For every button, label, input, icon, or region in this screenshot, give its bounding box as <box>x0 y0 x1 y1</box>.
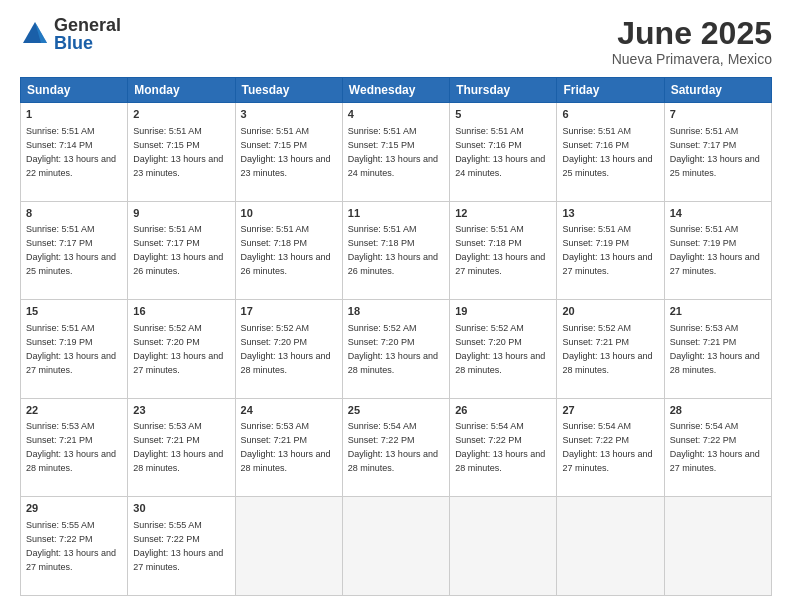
table-row: 1Sunrise: 5:51 AMSunset: 7:14 PMDaylight… <box>21 103 128 202</box>
day-number: 16 <box>133 304 229 319</box>
day-number: 30 <box>133 501 229 516</box>
day-number: 27 <box>562 403 658 418</box>
logo-general-text: General <box>54 16 121 34</box>
day-info: Sunrise: 5:51 AMSunset: 7:14 PMDaylight:… <box>26 126 116 178</box>
day-info: Sunrise: 5:52 AMSunset: 7:20 PMDaylight:… <box>133 323 223 375</box>
calendar-table: Sunday Monday Tuesday Wednesday Thursday… <box>20 77 772 596</box>
day-number: 5 <box>455 107 551 122</box>
calendar-week-row: 29Sunrise: 5:55 AMSunset: 7:22 PMDayligh… <box>21 497 772 596</box>
day-info: Sunrise: 5:51 AMSunset: 7:17 PMDaylight:… <box>26 224 116 276</box>
table-row: 19Sunrise: 5:52 AMSunset: 7:20 PMDayligh… <box>450 300 557 399</box>
day-info: Sunrise: 5:51 AMSunset: 7:18 PMDaylight:… <box>241 224 331 276</box>
table-row: 10Sunrise: 5:51 AMSunset: 7:18 PMDayligh… <box>235 201 342 300</box>
day-number: 22 <box>26 403 122 418</box>
day-info: Sunrise: 5:55 AMSunset: 7:22 PMDaylight:… <box>133 520 223 572</box>
day-number: 3 <box>241 107 337 122</box>
table-row: 20Sunrise: 5:52 AMSunset: 7:21 PMDayligh… <box>557 300 664 399</box>
day-number: 13 <box>562 206 658 221</box>
day-info: Sunrise: 5:52 AMSunset: 7:20 PMDaylight:… <box>455 323 545 375</box>
table-row: 27Sunrise: 5:54 AMSunset: 7:22 PMDayligh… <box>557 398 664 497</box>
table-row: 17Sunrise: 5:52 AMSunset: 7:20 PMDayligh… <box>235 300 342 399</box>
month-title: June 2025 <box>612 16 772 51</box>
table-row: 5Sunrise: 5:51 AMSunset: 7:16 PMDaylight… <box>450 103 557 202</box>
col-friday: Friday <box>557 78 664 103</box>
day-info: Sunrise: 5:53 AMSunset: 7:21 PMDaylight:… <box>670 323 760 375</box>
day-number: 21 <box>670 304 766 319</box>
day-number: 12 <box>455 206 551 221</box>
day-info: Sunrise: 5:51 AMSunset: 7:19 PMDaylight:… <box>670 224 760 276</box>
table-row: 7Sunrise: 5:51 AMSunset: 7:17 PMDaylight… <box>664 103 771 202</box>
day-number: 7 <box>670 107 766 122</box>
calendar-week-row: 15Sunrise: 5:51 AMSunset: 7:19 PMDayligh… <box>21 300 772 399</box>
day-number: 4 <box>348 107 444 122</box>
day-info: Sunrise: 5:52 AMSunset: 7:20 PMDaylight:… <box>348 323 438 375</box>
table-row: 13Sunrise: 5:51 AMSunset: 7:19 PMDayligh… <box>557 201 664 300</box>
table-row: 16Sunrise: 5:52 AMSunset: 7:20 PMDayligh… <box>128 300 235 399</box>
day-number: 25 <box>348 403 444 418</box>
day-info: Sunrise: 5:54 AMSunset: 7:22 PMDaylight:… <box>562 421 652 473</box>
table-row: 11Sunrise: 5:51 AMSunset: 7:18 PMDayligh… <box>342 201 449 300</box>
day-info: Sunrise: 5:54 AMSunset: 7:22 PMDaylight:… <box>670 421 760 473</box>
day-number: 24 <box>241 403 337 418</box>
table-row: 4Sunrise: 5:51 AMSunset: 7:15 PMDaylight… <box>342 103 449 202</box>
day-info: Sunrise: 5:51 AMSunset: 7:17 PMDaylight:… <box>133 224 223 276</box>
day-number: 19 <box>455 304 551 319</box>
day-info: Sunrise: 5:51 AMSunset: 7:19 PMDaylight:… <box>562 224 652 276</box>
day-info: Sunrise: 5:53 AMSunset: 7:21 PMDaylight:… <box>133 421 223 473</box>
logo-icon <box>20 19 50 49</box>
day-number: 20 <box>562 304 658 319</box>
day-number: 8 <box>26 206 122 221</box>
table-row: 15Sunrise: 5:51 AMSunset: 7:19 PMDayligh… <box>21 300 128 399</box>
title-area: June 2025 Nueva Primavera, Mexico <box>612 16 772 67</box>
day-number: 10 <box>241 206 337 221</box>
table-row: 23Sunrise: 5:53 AMSunset: 7:21 PMDayligh… <box>128 398 235 497</box>
day-info: Sunrise: 5:55 AMSunset: 7:22 PMDaylight:… <box>26 520 116 572</box>
day-info: Sunrise: 5:51 AMSunset: 7:16 PMDaylight:… <box>455 126 545 178</box>
logo: General Blue <box>20 16 121 52</box>
col-monday: Monday <box>128 78 235 103</box>
day-number: 17 <box>241 304 337 319</box>
day-info: Sunrise: 5:51 AMSunset: 7:17 PMDaylight:… <box>670 126 760 178</box>
table-row: 2Sunrise: 5:51 AMSunset: 7:15 PMDaylight… <box>128 103 235 202</box>
day-number: 11 <box>348 206 444 221</box>
day-number: 6 <box>562 107 658 122</box>
day-info: Sunrise: 5:51 AMSunset: 7:15 PMDaylight:… <box>241 126 331 178</box>
day-number: 26 <box>455 403 551 418</box>
col-tuesday: Tuesday <box>235 78 342 103</box>
day-info: Sunrise: 5:51 AMSunset: 7:18 PMDaylight:… <box>348 224 438 276</box>
table-row: 18Sunrise: 5:52 AMSunset: 7:20 PMDayligh… <box>342 300 449 399</box>
day-info: Sunrise: 5:51 AMSunset: 7:16 PMDaylight:… <box>562 126 652 178</box>
table-row: 22Sunrise: 5:53 AMSunset: 7:21 PMDayligh… <box>21 398 128 497</box>
table-row: 25Sunrise: 5:54 AMSunset: 7:22 PMDayligh… <box>342 398 449 497</box>
calendar-header-row: Sunday Monday Tuesday Wednesday Thursday… <box>21 78 772 103</box>
header: General Blue June 2025 Nueva Primavera, … <box>20 16 772 67</box>
day-number: 29 <box>26 501 122 516</box>
table-row: 21Sunrise: 5:53 AMSunset: 7:21 PMDayligh… <box>664 300 771 399</box>
day-info: Sunrise: 5:53 AMSunset: 7:21 PMDaylight:… <box>241 421 331 473</box>
calendar-week-row: 22Sunrise: 5:53 AMSunset: 7:21 PMDayligh… <box>21 398 772 497</box>
calendar-week-row: 1Sunrise: 5:51 AMSunset: 7:14 PMDaylight… <box>21 103 772 202</box>
table-row: 14Sunrise: 5:51 AMSunset: 7:19 PMDayligh… <box>664 201 771 300</box>
table-row: 8Sunrise: 5:51 AMSunset: 7:17 PMDaylight… <box>21 201 128 300</box>
table-row: 9Sunrise: 5:51 AMSunset: 7:17 PMDaylight… <box>128 201 235 300</box>
day-info: Sunrise: 5:51 AMSunset: 7:18 PMDaylight:… <box>455 224 545 276</box>
col-wednesday: Wednesday <box>342 78 449 103</box>
day-number: 2 <box>133 107 229 122</box>
day-info: Sunrise: 5:52 AMSunset: 7:21 PMDaylight:… <box>562 323 652 375</box>
day-number: 15 <box>26 304 122 319</box>
table-row <box>235 497 342 596</box>
table-row: 6Sunrise: 5:51 AMSunset: 7:16 PMDaylight… <box>557 103 664 202</box>
logo-blue-text: Blue <box>54 34 121 52</box>
page: General Blue June 2025 Nueva Primavera, … <box>0 0 792 612</box>
day-info: Sunrise: 5:54 AMSunset: 7:22 PMDaylight:… <box>455 421 545 473</box>
table-row <box>557 497 664 596</box>
col-saturday: Saturday <box>664 78 771 103</box>
day-number: 1 <box>26 107 122 122</box>
col-thursday: Thursday <box>450 78 557 103</box>
table-row <box>342 497 449 596</box>
table-row <box>450 497 557 596</box>
day-info: Sunrise: 5:54 AMSunset: 7:22 PMDaylight:… <box>348 421 438 473</box>
day-number: 18 <box>348 304 444 319</box>
calendar-week-row: 8Sunrise: 5:51 AMSunset: 7:17 PMDaylight… <box>21 201 772 300</box>
table-row: 28Sunrise: 5:54 AMSunset: 7:22 PMDayligh… <box>664 398 771 497</box>
